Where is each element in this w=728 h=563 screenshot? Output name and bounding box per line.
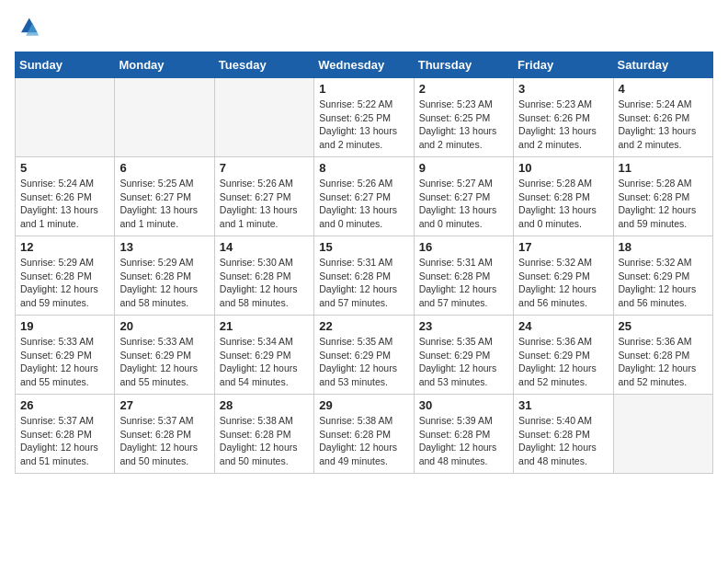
calendar-header-row: SundayMondayTuesdayWednesdayThursdayFrid…: [16, 52, 713, 78]
day-info: Sunrise: 5:31 AM Sunset: 6:28 PM Dayligh…: [319, 256, 408, 310]
day-info: Sunrise: 5:38 AM Sunset: 6:28 PM Dayligh…: [319, 414, 408, 468]
day-info: Sunrise: 5:33 AM Sunset: 6:29 PM Dayligh…: [20, 335, 109, 389]
day-number: 12: [20, 240, 109, 254]
calendar-cell: 3Sunrise: 5:23 AM Sunset: 6:26 PM Daylig…: [514, 78, 613, 157]
day-info: Sunrise: 5:36 AM Sunset: 6:29 PM Dayligh…: [518, 335, 608, 389]
day-number: 29: [319, 398, 408, 412]
day-number: 21: [220, 319, 309, 333]
calendar-cell: [16, 78, 115, 157]
day-info: Sunrise: 5:27 AM Sunset: 6:27 PM Dayligh…: [419, 177, 508, 231]
page: SundayMondayTuesdayWednesdayThursdayFrid…: [0, 0, 728, 488]
calendar-cell: 13Sunrise: 5:29 AM Sunset: 6:28 PM Dayli…: [115, 236, 214, 316]
day-number: 6: [119, 161, 209, 175]
day-info: Sunrise: 5:29 AM Sunset: 6:28 PM Dayligh…: [20, 256, 109, 310]
day-number: 25: [619, 319, 708, 333]
day-number: 31: [518, 398, 608, 412]
day-info: Sunrise: 5:23 AM Sunset: 6:25 PM Dayligh…: [419, 98, 508, 152]
calendar-header-saturday: Saturday: [613, 52, 712, 78]
header: [15, 15, 713, 40]
day-number: 8: [319, 161, 408, 175]
week-row-2: 5Sunrise: 5:24 AM Sunset: 6:26 PM Daylig…: [16, 157, 713, 236]
day-number: 30: [419, 398, 508, 412]
day-number: 23: [419, 319, 508, 333]
day-number: 27: [119, 398, 209, 412]
calendar-cell: 17Sunrise: 5:32 AM Sunset: 6:29 PM Dayli…: [514, 236, 613, 316]
day-info: Sunrise: 5:31 AM Sunset: 6:28 PM Dayligh…: [419, 256, 508, 310]
day-info: Sunrise: 5:26 AM Sunset: 6:27 PM Dayligh…: [319, 177, 408, 231]
calendar-cell: 10Sunrise: 5:28 AM Sunset: 6:28 PM Dayli…: [514, 157, 613, 236]
day-info: Sunrise: 5:24 AM Sunset: 6:26 PM Dayligh…: [20, 177, 109, 231]
day-number: 15: [319, 240, 408, 254]
calendar-cell: 6Sunrise: 5:25 AM Sunset: 6:27 PM Daylig…: [115, 157, 214, 236]
day-info: Sunrise: 5:35 AM Sunset: 6:29 PM Dayligh…: [319, 335, 408, 389]
day-info: Sunrise: 5:26 AM Sunset: 6:27 PM Dayligh…: [220, 177, 309, 231]
calendar-cell: 16Sunrise: 5:31 AM Sunset: 6:28 PM Dayli…: [414, 236, 513, 316]
calendar-cell: 8Sunrise: 5:26 AM Sunset: 6:27 PM Daylig…: [314, 157, 414, 236]
calendar-header-friday: Friday: [514, 52, 613, 78]
day-number: 9: [419, 161, 508, 175]
day-info: Sunrise: 5:36 AM Sunset: 6:28 PM Dayligh…: [619, 335, 708, 389]
calendar-cell: 30Sunrise: 5:39 AM Sunset: 6:28 PM Dayli…: [414, 395, 513, 474]
day-number: 18: [619, 240, 708, 254]
calendar-cell: 22Sunrise: 5:35 AM Sunset: 6:29 PM Dayli…: [314, 316, 414, 395]
day-number: 7: [220, 161, 309, 175]
day-number: 19: [20, 319, 109, 333]
calendar-cell: 20Sunrise: 5:33 AM Sunset: 6:29 PM Dayli…: [115, 316, 214, 395]
day-info: Sunrise: 5:32 AM Sunset: 6:29 PM Dayligh…: [619, 256, 708, 310]
day-info: Sunrise: 5:25 AM Sunset: 6:27 PM Dayligh…: [119, 177, 209, 231]
day-number: 1: [319, 82, 408, 96]
logo-icon: [15, 15, 40, 40]
day-number: 17: [518, 240, 608, 254]
calendar-cell: 5Sunrise: 5:24 AM Sunset: 6:26 PM Daylig…: [16, 157, 115, 236]
calendar-cell: 27Sunrise: 5:37 AM Sunset: 6:28 PM Dayli…: [115, 395, 214, 474]
day-info: Sunrise: 5:24 AM Sunset: 6:26 PM Dayligh…: [619, 98, 708, 152]
calendar-header-sunday: Sunday: [16, 52, 115, 78]
day-number: 26: [20, 398, 109, 412]
calendar-cell: 9Sunrise: 5:27 AM Sunset: 6:27 PM Daylig…: [414, 157, 513, 236]
calendar-cell: 4Sunrise: 5:24 AM Sunset: 6:26 PM Daylig…: [613, 78, 712, 157]
day-info: Sunrise: 5:35 AM Sunset: 6:29 PM Dayligh…: [419, 335, 508, 389]
calendar-header-monday: Monday: [115, 52, 214, 78]
week-row-5: 26Sunrise: 5:37 AM Sunset: 6:28 PM Dayli…: [16, 395, 713, 474]
day-info: Sunrise: 5:23 AM Sunset: 6:26 PM Dayligh…: [518, 98, 608, 152]
logo: [15, 15, 44, 40]
calendar-cell: [115, 78, 214, 157]
day-info: Sunrise: 5:28 AM Sunset: 6:28 PM Dayligh…: [518, 177, 608, 231]
calendar-cell: 2Sunrise: 5:23 AM Sunset: 6:25 PM Daylig…: [414, 78, 513, 157]
day-info: Sunrise: 5:40 AM Sunset: 6:28 PM Dayligh…: [518, 414, 608, 468]
calendar-cell: 26Sunrise: 5:37 AM Sunset: 6:28 PM Dayli…: [16, 395, 115, 474]
calendar-cell: 19Sunrise: 5:33 AM Sunset: 6:29 PM Dayli…: [16, 316, 115, 395]
day-info: Sunrise: 5:32 AM Sunset: 6:29 PM Dayligh…: [518, 256, 608, 310]
calendar-header-tuesday: Tuesday: [214, 52, 313, 78]
day-info: Sunrise: 5:22 AM Sunset: 6:25 PM Dayligh…: [319, 98, 408, 152]
week-row-3: 12Sunrise: 5:29 AM Sunset: 6:28 PM Dayli…: [16, 236, 713, 316]
calendar-cell: 28Sunrise: 5:38 AM Sunset: 6:28 PM Dayli…: [214, 395, 313, 474]
calendar-cell: 15Sunrise: 5:31 AM Sunset: 6:28 PM Dayli…: [314, 236, 414, 316]
calendar-cell: 11Sunrise: 5:28 AM Sunset: 6:28 PM Dayli…: [613, 157, 712, 236]
week-row-4: 19Sunrise: 5:33 AM Sunset: 6:29 PM Dayli…: [16, 316, 713, 395]
day-number: 5: [20, 161, 109, 175]
day-info: Sunrise: 5:30 AM Sunset: 6:28 PM Dayligh…: [220, 256, 309, 310]
calendar-header-wednesday: Wednesday: [314, 52, 414, 78]
day-info: Sunrise: 5:37 AM Sunset: 6:28 PM Dayligh…: [20, 414, 109, 468]
calendar-cell: 29Sunrise: 5:38 AM Sunset: 6:28 PM Dayli…: [314, 395, 414, 474]
day-number: 22: [319, 319, 408, 333]
calendar-table: SundayMondayTuesdayWednesdayThursdayFrid…: [15, 52, 713, 474]
day-number: 4: [619, 82, 708, 96]
day-info: Sunrise: 5:34 AM Sunset: 6:29 PM Dayligh…: [220, 335, 309, 389]
day-info: Sunrise: 5:38 AM Sunset: 6:28 PM Dayligh…: [220, 414, 309, 468]
calendar-cell: 12Sunrise: 5:29 AM Sunset: 6:28 PM Dayli…: [16, 236, 115, 316]
calendar-cell: 24Sunrise: 5:36 AM Sunset: 6:29 PM Dayli…: [514, 316, 613, 395]
day-info: Sunrise: 5:33 AM Sunset: 6:29 PM Dayligh…: [119, 335, 209, 389]
day-number: 13: [119, 240, 209, 254]
calendar-cell: 14Sunrise: 5:30 AM Sunset: 6:28 PM Dayli…: [214, 236, 313, 316]
calendar-cell: 25Sunrise: 5:36 AM Sunset: 6:28 PM Dayli…: [613, 316, 712, 395]
calendar-cell: [214, 78, 313, 157]
week-row-1: 1Sunrise: 5:22 AM Sunset: 6:25 PM Daylig…: [16, 78, 713, 157]
day-info: Sunrise: 5:39 AM Sunset: 6:28 PM Dayligh…: [419, 414, 508, 468]
day-number: 3: [518, 82, 608, 96]
calendar-cell: 23Sunrise: 5:35 AM Sunset: 6:29 PM Dayli…: [414, 316, 513, 395]
day-number: 20: [119, 319, 209, 333]
calendar-cell: 18Sunrise: 5:32 AM Sunset: 6:29 PM Dayli…: [613, 236, 712, 316]
day-number: 14: [220, 240, 309, 254]
